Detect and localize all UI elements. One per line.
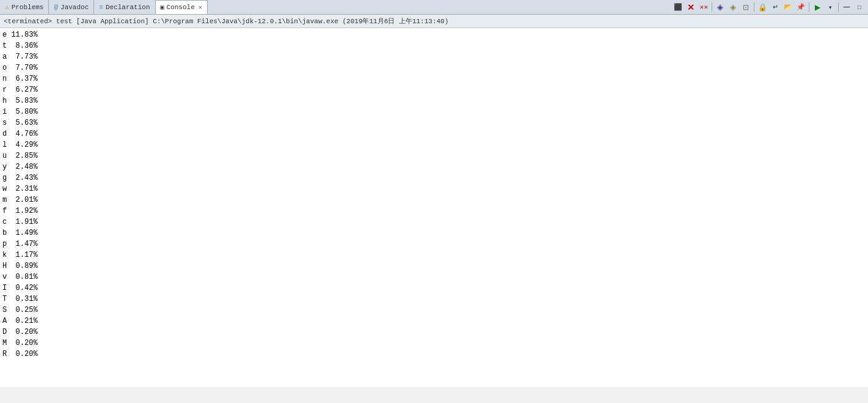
console-output[interactable]: e 11.83%t 8.36%a 7.73%o 7.70%n 6.37%r 6.… bbox=[0, 28, 868, 387]
tab-console-label: Console bbox=[167, 4, 195, 11]
screen-error-button[interactable]: ◈ bbox=[727, 1, 739, 13]
tab-toolbar-row: ⚠ Problems @ Javadoc ≡ Declaration ▣ Con… bbox=[0, 0, 868, 15]
console-line: w 2.31% bbox=[2, 183, 866, 194]
console-wrapper: e 11.83%t 8.36%a 7.73%o 7.70%n 6.37%r 6.… bbox=[0, 28, 868, 387]
console-line: T 0.31% bbox=[2, 294, 866, 305]
separator-4 bbox=[838, 2, 839, 12]
javadoc-icon: @ bbox=[54, 4, 58, 11]
tab-declaration-label: Declaration bbox=[106, 4, 150, 11]
tabs-area: ⚠ Problems @ Javadoc ≡ Declaration ▣ Con… bbox=[0, 0, 669, 14]
console-line: o 7.70% bbox=[2, 62, 866, 73]
console-line: I 0.42% bbox=[2, 283, 866, 294]
system-button[interactable]: ⊡ bbox=[740, 1, 752, 13]
tab-javadoc-label: Javadoc bbox=[60, 4, 89, 11]
separator-2 bbox=[754, 2, 754, 12]
tab-problems-label: Problems bbox=[12, 4, 44, 11]
terminate-button[interactable]: ⬛ bbox=[672, 1, 684, 13]
console-line: e 11.83% bbox=[2, 29, 866, 40]
console-line: m 2.01% bbox=[2, 194, 866, 205]
console-icon: ▣ bbox=[161, 4, 164, 11]
tab-problems[interactable]: ⚠ Problems bbox=[0, 0, 49, 14]
console-line: c 1.91% bbox=[2, 216, 866, 227]
console-line: i 5.80% bbox=[2, 106, 866, 117]
console-line: D 0.20% bbox=[2, 327, 866, 338]
console-line: u 2.85% bbox=[2, 150, 866, 161]
console-line: s 5.63% bbox=[2, 117, 866, 128]
screen-output-button[interactable]: ◈ bbox=[714, 1, 726, 13]
console-line: p 1.47% bbox=[2, 238, 866, 250]
console-line: h 5.83% bbox=[2, 95, 866, 106]
minimize-button[interactable]: — bbox=[841, 1, 853, 13]
open-console-button[interactable]: 📂 bbox=[782, 1, 794, 13]
console-line: t 8.36% bbox=[2, 40, 866, 51]
console-line: v 0.81% bbox=[2, 272, 866, 283]
console-line: g 2.43% bbox=[2, 172, 866, 183]
maximize-button[interactable]: □ bbox=[853, 1, 866, 13]
separator-3 bbox=[809, 2, 809, 12]
problems-icon: ⚠ bbox=[5, 3, 9, 11]
console-line: b 1.49% bbox=[2, 227, 866, 238]
console-status-text: <terminated> test [Java Application] C:\… bbox=[4, 17, 448, 26]
console-line: a 7.73% bbox=[2, 51, 866, 62]
console-line: d 4.76% bbox=[2, 128, 866, 139]
pin-button[interactable]: 📌 bbox=[795, 1, 807, 13]
console-line: f 1.92% bbox=[2, 205, 866, 216]
toolbar-area: ⬛ ✕ ✕✕ ◈ ◈ ⊡ 🔒 ↵ 📂 📌 ▶ ▾ bbox=[669, 0, 868, 14]
console-line: k 1.17% bbox=[2, 250, 866, 261]
tab-console[interactable]: ▣ Console ✕ bbox=[156, 0, 208, 14]
tab-declaration[interactable]: ≡ Declaration bbox=[94, 0, 155, 14]
console-line: S 0.25% bbox=[2, 305, 866, 316]
new-console-button[interactable]: ▶ bbox=[811, 1, 823, 13]
tab-javadoc[interactable]: @ Javadoc bbox=[49, 0, 94, 14]
console-line: r 6.27% bbox=[2, 84, 866, 95]
remove-launch-button[interactable]: ✕ bbox=[685, 1, 697, 13]
console-line: A 0.21% bbox=[2, 316, 866, 327]
tab-console-close[interactable]: ✕ bbox=[199, 4, 202, 11]
console-line: y 2.48% bbox=[2, 161, 866, 172]
console-line: n 6.37% bbox=[2, 73, 866, 84]
main-container: ⚠ Problems @ Javadoc ≡ Declaration ▣ Con… bbox=[0, 0, 868, 403]
console-line: R 0.20% bbox=[2, 349, 866, 360]
scroll-lock-button[interactable]: 🔒 bbox=[756, 1, 768, 13]
console-line: l 4.29% bbox=[2, 139, 866, 150]
console-line: M 0.20% bbox=[2, 338, 866, 349]
console-dropdown-button[interactable]: ▾ bbox=[824, 1, 836, 13]
word-wrap-button[interactable]: ↵ bbox=[769, 1, 781, 13]
console-line: H 0.89% bbox=[2, 261, 866, 272]
console-status-bar: <terminated> test [Java Application] C:\… bbox=[0, 15, 868, 28]
declaration-icon: ≡ bbox=[99, 4, 103, 11]
remove-all-button[interactable]: ✕✕ bbox=[698, 1, 710, 13]
separator-1 bbox=[712, 2, 712, 12]
